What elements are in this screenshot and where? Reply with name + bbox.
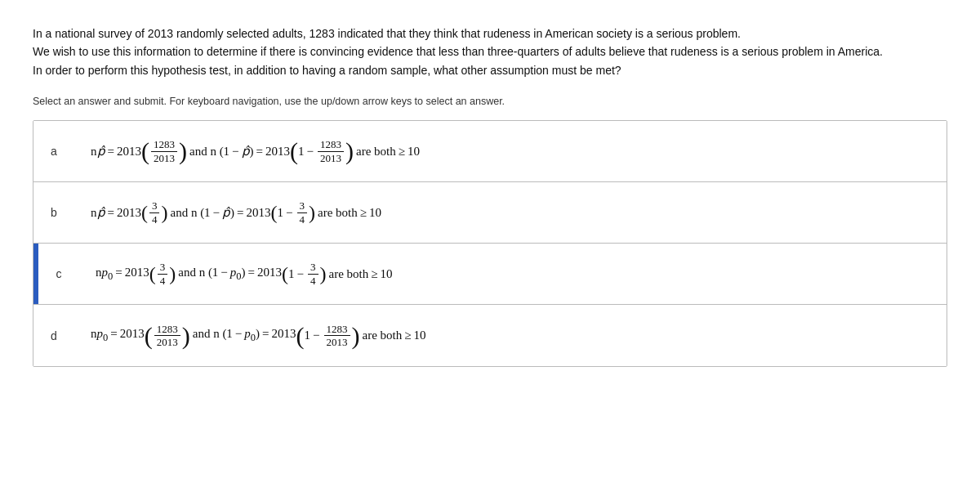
- option-b-math: np̂ = 2013 ( 3 4 ) and n (1 − p̂) = 2013…: [91, 199, 381, 226]
- option-a-math: np̂ = 2013 ( 1283 2013 ) and n (1 − p̂) …: [91, 138, 420, 164]
- intro-paragraph: In a national survey of 2013 randomly se…: [33, 25, 947, 79]
- option-a[interactable]: a np̂ = 2013 ( 1283 2013 ) and n (1 − p̂…: [33, 121, 947, 182]
- option-b[interactable]: b np̂ = 2013 ( 3 4 ) and n (1 − p̂) = 20…: [33, 182, 947, 244]
- option-d-math: np0 = 2013 ( 1283 2013 ) and n (1 − p0) …: [91, 323, 426, 349]
- option-a-content: np̂ = 2013 ( 1283 2013 ) and n (1 − p̂) …: [74, 127, 947, 176]
- intro-line1: In a national survey of 2013 randomly se…: [33, 25, 947, 42]
- option-c-math: np0 = 2013 ( 3 4 ) and n (1 − p0) = 2013…: [96, 261, 393, 287]
- option-d-content: np0 = 2013 ( 1283 2013 ) and n (1 − p0) …: [74, 311, 947, 360]
- instruction-text: Select an answer and submit. For keyboar…: [33, 96, 947, 107]
- option-b-content: np̂ = 2013 ( 3 4 ) and n (1 − p̂) = 2013…: [74, 188, 947, 237]
- answer-options: a np̂ = 2013 ( 1283 2013 ) and n (1 − p̂…: [33, 120, 947, 367]
- option-b-label: b: [33, 206, 74, 219]
- intro-line2: We wish to use this information to deter…: [33, 42, 947, 60]
- option-c-content: np0 = 2013 ( 3 4 ) and n (1 − p0) = 2013…: [79, 249, 947, 298]
- option-c[interactable]: c np0 = 2013 ( 3 4 ) and n (1 − p0) = 20…: [33, 244, 947, 305]
- option-a-label: a: [33, 145, 74, 158]
- intro-line3: In order to perform this hypothesis test…: [33, 61, 947, 79]
- option-c-label: c: [38, 267, 79, 280]
- option-d-label: d: [33, 329, 74, 342]
- option-d[interactable]: d np0 = 2013 ( 1283 2013 ) and n (1 − p0…: [33, 305, 947, 366]
